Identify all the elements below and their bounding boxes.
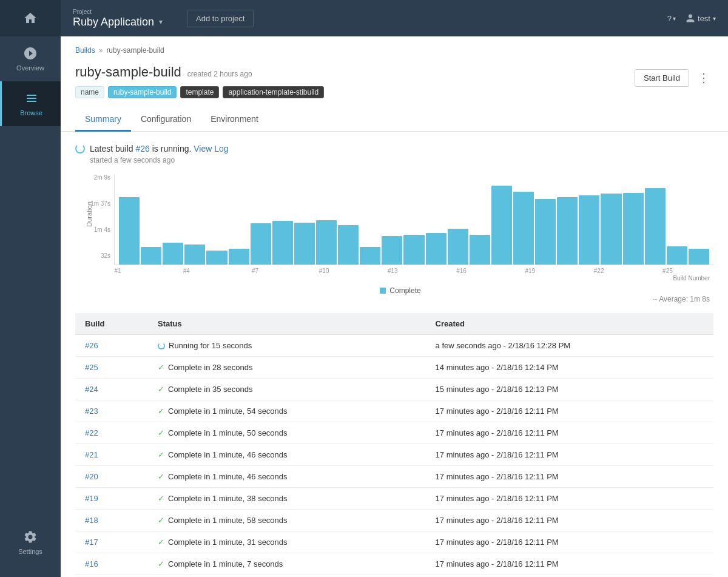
build-link[interactable]: #24 xyxy=(85,385,98,394)
chart-bar[interactable] xyxy=(645,188,666,265)
chart-bar[interactable] xyxy=(360,247,380,265)
chart-bar[interactable] xyxy=(470,235,490,265)
chart-bar[interactable] xyxy=(229,249,249,265)
chart-bar[interactable] xyxy=(382,236,402,265)
created-text: 17 minutes ago - 2/18/16 12:11 PM xyxy=(426,531,713,553)
status-text: Complete in 1 minute, 46 seconds xyxy=(168,450,288,459)
running-spinner-icon xyxy=(75,144,85,154)
chart-bars-wrapper xyxy=(114,174,713,265)
legend-dot xyxy=(380,288,386,294)
user-menu[interactable]: test ▾ xyxy=(686,13,716,23)
page-header: ruby-sample-build created 2 hours ago na… xyxy=(61,59,728,108)
help-button[interactable]: ? ▾ xyxy=(667,14,676,23)
chart-bar[interactable] xyxy=(316,220,337,265)
build-link[interactable]: #18 xyxy=(85,516,98,525)
content-area: Builds » ruby-sample-build ruby-sample-b… xyxy=(61,36,728,577)
created-text: 17 minutes ago - 2/18/16 12:11 PM xyxy=(426,466,713,488)
page-title-row: ruby-sample-build created 2 hours ago xyxy=(75,64,324,80)
table-row: #17✓Complete in 1 minute, 31 seconds17 m… xyxy=(75,531,713,553)
created-text: 17 minutes ago - 2/18/16 12:11 PM xyxy=(426,510,713,531)
table-row: #25✓Complete in 28 seconds14 minutes ago… xyxy=(75,357,713,379)
chart-bar[interactable] xyxy=(272,221,293,265)
topbar-right: ? ▾ test ▾ xyxy=(667,13,716,23)
created-text: 17 minutes ago - 2/18/16 12:11 PM xyxy=(426,422,713,444)
chart-bar[interactable] xyxy=(689,249,709,265)
chart-x-label: #4 xyxy=(183,268,190,274)
build-link[interactable]: #20 xyxy=(85,472,98,481)
average-value: Average: 1m 8s xyxy=(659,295,710,303)
build-number-link[interactable]: #26 xyxy=(136,144,150,154)
chart-x-label: #22 xyxy=(594,268,604,274)
tabs-container: Summary Configuration Environment xyxy=(61,108,728,132)
sidebar-item-overview[interactable]: Overview xyxy=(0,36,61,81)
chart-bar[interactable] xyxy=(667,246,687,265)
chart-bar[interactable] xyxy=(403,235,424,265)
created-text: 17 minutes ago - 2/18/16 12:11 PM xyxy=(426,553,713,575)
chart-x-label: #7 xyxy=(252,268,258,274)
table-row: #24✓Complete in 35 seconds15 minutes ago… xyxy=(75,379,713,400)
chart-bar[interactable] xyxy=(448,229,468,265)
complete-status-icon: ✓ xyxy=(158,428,164,437)
status-text: Complete in 28 seconds xyxy=(168,363,252,372)
tags-container: name ruby-sample-build template applicat… xyxy=(75,86,324,98)
table-row: #18✓Complete in 1 minute, 58 seconds17 m… xyxy=(75,510,713,531)
chart-bar[interactable] xyxy=(119,197,140,265)
chart-bar[interactable] xyxy=(294,223,315,265)
chart-bar[interactable] xyxy=(141,247,161,265)
chart-bar[interactable] xyxy=(184,245,205,265)
sidebar-home[interactable] xyxy=(0,0,61,36)
build-link[interactable]: #23 xyxy=(85,407,98,416)
build-link[interactable]: #22 xyxy=(85,428,98,437)
user-dropdown-icon: ▾ xyxy=(713,15,716,22)
table-row: #26Running for 15 secondsa few seconds a… xyxy=(75,335,713,357)
status-text: Running for 15 seconds xyxy=(169,341,252,350)
chart-x-label: #13 xyxy=(388,268,398,274)
chart-bar[interactable] xyxy=(623,193,644,265)
sidebar-item-settings[interactable]: Settings xyxy=(0,520,61,565)
page-subtitle: created 2 hours ago xyxy=(187,70,252,78)
chart-bars-container xyxy=(114,174,713,265)
chart-bar[interactable] xyxy=(513,192,534,265)
sidebar-item-browse[interactable]: Browse xyxy=(0,81,61,126)
chart-bar[interactable] xyxy=(251,223,271,265)
average-dash: -- xyxy=(653,295,659,303)
chart-bar[interactable] xyxy=(601,194,621,265)
chart-bar[interactable] xyxy=(426,233,447,265)
view-log-link[interactable]: View Log xyxy=(194,144,228,154)
status-text: Complete in 1 minute, 50 seconds xyxy=(168,428,288,437)
chart-bar[interactable] xyxy=(535,199,556,265)
chart-bar[interactable] xyxy=(206,251,227,265)
tab-configuration[interactable]: Configuration xyxy=(131,108,201,132)
build-link[interactable]: #16 xyxy=(85,559,98,569)
breadcrumb-builds[interactable]: Builds xyxy=(75,46,95,55)
tag-name-value: ruby-sample-build xyxy=(108,86,177,98)
chart-x-axis-label: Build Number xyxy=(118,275,713,282)
help-icon: ? xyxy=(667,14,672,23)
created-text: 15 minutes ago - 2/18/16 12:13 PM xyxy=(426,379,713,400)
add-to-project-button[interactable]: Add to project xyxy=(187,10,254,27)
start-build-button[interactable]: Start Build xyxy=(635,69,689,87)
tab-environment[interactable]: Environment xyxy=(201,108,268,132)
table-row: #21✓Complete in 1 minute, 46 seconds17 m… xyxy=(75,444,713,466)
chart-bar[interactable] xyxy=(163,243,183,265)
chart-bar[interactable] xyxy=(491,186,512,265)
tab-summary[interactable]: Summary xyxy=(75,108,131,132)
build-link[interactable]: #21 xyxy=(85,450,98,459)
build-link[interactable]: #17 xyxy=(85,538,98,547)
build-link[interactable]: #26 xyxy=(85,341,98,350)
project-dropdown-icon[interactable]: ▾ xyxy=(159,18,163,26)
home-icon xyxy=(23,11,38,25)
sidebar-item-settings-label: Settings xyxy=(18,548,42,555)
chart-legend: Complete xyxy=(87,286,713,295)
build-link[interactable]: #19 xyxy=(85,494,98,503)
chart-bar[interactable] xyxy=(557,197,578,265)
build-link[interactable]: #25 xyxy=(85,363,98,372)
table-row: #19✓Complete in 1 minute, 38 seconds17 m… xyxy=(75,488,713,510)
overview-icon xyxy=(23,46,38,61)
more-options-button[interactable]: ⋮ xyxy=(694,68,713,87)
chart-bar[interactable] xyxy=(579,195,599,265)
chart-bar[interactable] xyxy=(338,225,359,265)
created-text: 17 minutes ago - 2/18/16 12:11 PM xyxy=(426,400,713,422)
sidebar-item-overview-label: Overview xyxy=(16,64,44,72)
help-dropdown-icon: ▾ xyxy=(673,15,676,22)
